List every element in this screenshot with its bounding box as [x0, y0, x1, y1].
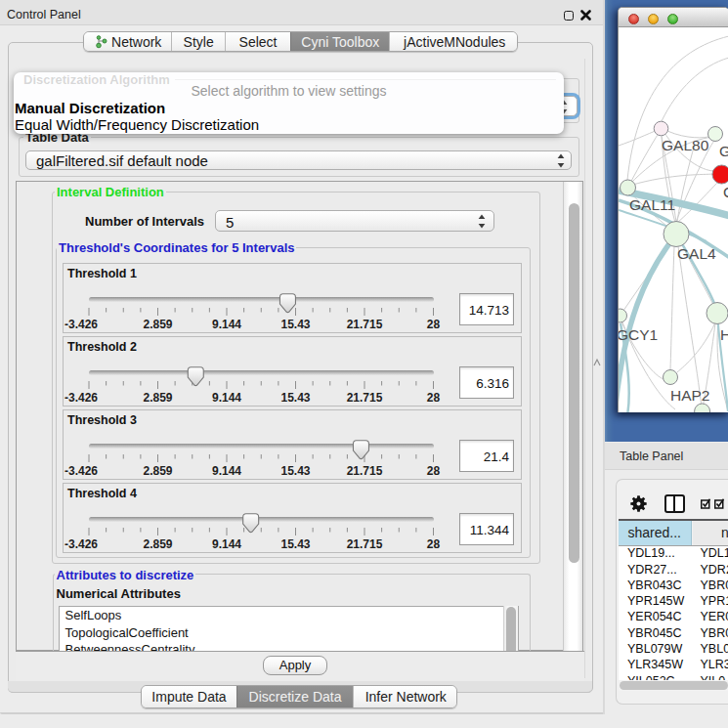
svg-text:GA: GA: [719, 143, 728, 159]
svg-text:GAL80: GAL80: [662, 137, 709, 153]
svg-text:GAL11: GAL11: [629, 196, 675, 213]
svg-text:C: C: [723, 184, 728, 200]
svg-text:GCY1: GCY1: [619, 326, 658, 343]
svg-text:HAP2: HAP2: [670, 387, 710, 404]
svg-text:H: H: [720, 326, 728, 343]
svg-text:GAL4: GAL4: [677, 245, 716, 262]
